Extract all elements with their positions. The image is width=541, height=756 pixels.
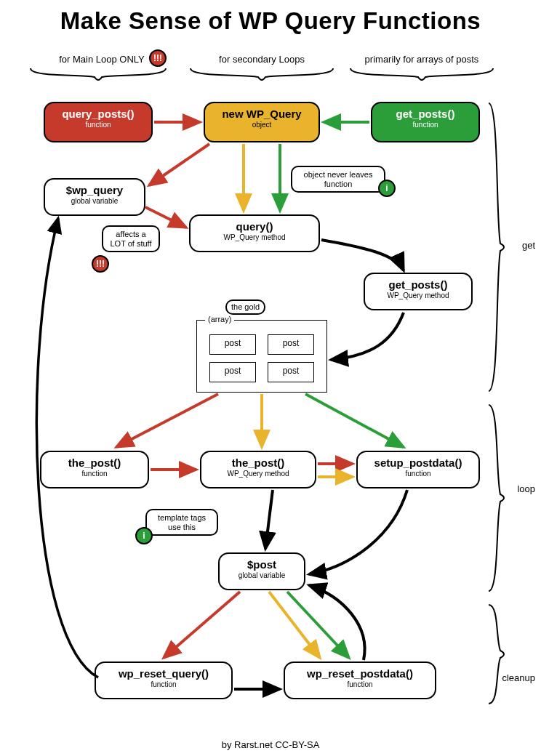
svg-line-3 [145, 207, 186, 228]
box-name: setup_postdata() [358, 457, 478, 469]
box-get-posts-method: get_posts() WP_Query method [364, 273, 473, 310]
page-title: Make Sense of WP Query Functions [0, 0, 541, 35]
box-name: $wp_query [45, 184, 144, 196]
box-name: the_post() [201, 457, 315, 469]
box-sub: WP_Query method [201, 470, 315, 478]
svg-line-13 [164, 592, 240, 658]
box-sub: object [205, 121, 318, 129]
note-template-tags: template tags use this [145, 509, 218, 536]
box-sub: global variable [45, 197, 144, 205]
brace-arrays [349, 67, 494, 86]
box-name: the_post() [41, 457, 148, 469]
svg-line-2 [149, 144, 209, 185]
box-name: get_posts() [365, 278, 471, 291]
box-post-global: $post global variable [218, 552, 305, 590]
box-name: wp_reset_postdata() [285, 667, 435, 680]
array-label: (array) [205, 315, 234, 323]
box-the-post-method: the_post() WP_Query method [200, 451, 316, 488]
box-sub: function [96, 680, 231, 688]
box-wp-query-global: $wp_query global variable [44, 178, 145, 216]
warn-badge-affects: !!! [92, 255, 109, 273]
box-sub: global variable [220, 571, 304, 579]
box-name: query() [191, 220, 318, 233]
brace-cleanup [487, 603, 509, 705]
brace-main [29, 67, 167, 86]
note-affects: affects a LOT of stuff [102, 225, 160, 252]
box-new-wp-query: new WP_Query object [204, 102, 320, 142]
brace-loop [487, 403, 509, 592]
box-name: new WP_Query [205, 108, 318, 120]
info-badge-template: i [135, 527, 153, 544]
box-sub: WP_Query method [365, 291, 471, 299]
footer-attribution: by Rarst.net CC-BY-SA [0, 739, 541, 750]
col-label-arrays: primarily for arrays of posts [349, 54, 494, 65]
svg-line-15 [287, 592, 349, 658]
box-sub: function [285, 680, 435, 688]
box-sub: function [358, 470, 478, 478]
note-the-gold: the gold [225, 299, 265, 315]
box-sub: WP_Query method [191, 233, 318, 241]
box-name: wp_reset_query() [96, 667, 231, 680]
col-label-secondary: for secondary Loops [189, 54, 334, 65]
warn-badge-header: !!! [149, 49, 167, 67]
note-object-never: object never leaves function [291, 166, 385, 193]
svg-line-12 [265, 490, 273, 549]
brace-get [487, 102, 509, 393]
svg-line-8 [305, 394, 404, 447]
box-name: $post [220, 558, 304, 571]
svg-line-6 [116, 394, 218, 447]
box-get-posts-fn: get_posts() function [371, 102, 480, 142]
box-wp-reset-postdata: wp_reset_postdata() function [284, 662, 436, 699]
box-query-method: query() WP_Query method [189, 214, 320, 252]
box-name: query_posts() [45, 108, 151, 120]
array-cell: post [268, 362, 314, 382]
section-get: get [522, 240, 535, 251]
box-query-posts: query_posts() function [44, 102, 153, 142]
box-setup-postdata: setup_postdata() function [356, 451, 480, 488]
box-the-post-fn: the_post() function [40, 451, 149, 488]
array-cell: post [209, 362, 256, 382]
box-sub: function [45, 121, 151, 129]
array-cell: post [209, 334, 256, 355]
box-sub: function [41, 470, 148, 478]
box-wp-reset-query: wp_reset_query() function [95, 662, 233, 699]
box-name: get_posts() [372, 108, 478, 120]
array-cell: post [268, 334, 314, 355]
brace-secondary [189, 67, 334, 86]
section-loop: loop [517, 483, 535, 494]
info-badge-object: i [378, 180, 396, 197]
box-sub: function [372, 121, 478, 129]
svg-line-14 [269, 592, 320, 658]
